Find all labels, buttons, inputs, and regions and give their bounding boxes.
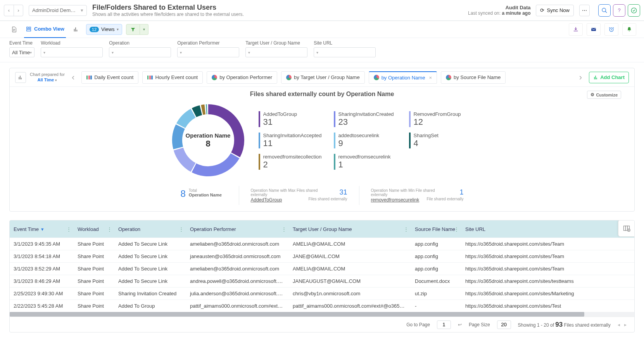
page-title: File/Folders Shared to External Users xyxy=(92,3,244,12)
add-chart-label: Add Chart xyxy=(600,74,625,80)
barchart-icon[interactable] xyxy=(15,72,26,83)
legend-item[interactable]: SharingInvitationAccepted11 xyxy=(259,133,325,148)
legend-name: SharingInvitationCreated xyxy=(338,111,400,117)
table-cell: 2/22/2023 5:45:28 AM xyxy=(10,303,74,309)
filter-more-icon[interactable]: ▾ xyxy=(140,24,148,35)
page-subtitle: Shows all the activities where file/fold… xyxy=(92,12,244,17)
table-cell: https://o365droid.sharepoint.com/sites/T… xyxy=(461,241,634,247)
stat-max-link[interactable]: AddedToGroup xyxy=(251,197,282,203)
mail-icon[interactable] xyxy=(587,23,601,36)
goto-submit-icon[interactable]: ↩ xyxy=(458,322,462,327)
operation-select[interactable] xyxy=(109,47,171,57)
legend-item[interactable]: addedtosecurelink9 xyxy=(334,133,400,148)
stat-total-l2: Operation Name xyxy=(181,193,227,197)
table-cell: janeausten@o365droid.onmicrosoft.com xyxy=(186,253,289,259)
table-row[interactable]: 2/25/2023 9:49:30 AMShare PointSharing I… xyxy=(10,287,634,300)
siteurl-select[interactable] xyxy=(314,47,376,57)
table-header[interactable]: Target User / Group Name⋮ xyxy=(289,226,411,232)
stat-max: 31 Operation Name with Max Files shared … xyxy=(239,186,359,205)
table-row[interactable]: 3/1/2023 8:46:29 AMShare PointAdded To S… xyxy=(10,275,634,287)
table-header[interactable]: Site URL xyxy=(461,226,634,232)
svg-rect-3 xyxy=(29,27,31,28)
pager-nav[interactable]: ◂ ▸ xyxy=(618,322,628,327)
workload-select[interactable] xyxy=(41,47,103,57)
close-icon[interactable]: × xyxy=(429,75,432,81)
table-cell: AMELIA@GMAIL.COM xyxy=(289,241,411,247)
column-settings-icon[interactable] xyxy=(618,220,635,237)
table-cell: 3/1/2023 8:46:29 AM xyxy=(10,278,74,284)
col-menu-icon[interactable]: ⋮ xyxy=(281,226,287,232)
col-menu-icon[interactable]: ⋮ xyxy=(66,226,71,232)
doc-icon[interactable] xyxy=(8,23,20,36)
performer-select[interactable] xyxy=(177,47,239,57)
table-cell: Added To Secure Link xyxy=(114,278,186,284)
chart-tab[interactable]: Daily Event count xyxy=(81,71,138,84)
goto-input[interactable] xyxy=(437,320,451,329)
fwd-icon[interactable]: › xyxy=(14,5,23,16)
views-button[interactable]: 12 Views ▾ xyxy=(86,24,123,35)
table-row[interactable]: 3/1/2023 8:54:18 AMShare PointAdded To S… xyxy=(10,250,634,262)
sort-desc-icon: ▾ xyxy=(41,226,44,232)
svg-rect-5 xyxy=(591,28,596,31)
search-icon[interactable] xyxy=(598,4,611,17)
back-icon[interactable]: ‹ xyxy=(4,5,14,16)
filter-icon[interactable] xyxy=(126,24,140,35)
table-row[interactable]: 2/22/2023 5:45:28 AMShare PointAdded To … xyxy=(10,300,634,312)
tabs-prev-icon[interactable]: ‹ xyxy=(70,72,76,83)
table-hscroll[interactable] xyxy=(10,312,634,317)
legend-item[interactable]: RemovedFromGroup12 xyxy=(409,111,475,127)
stat-min-link[interactable]: removedfromsecurelink xyxy=(371,197,420,203)
chart-tab[interactable]: by Target User / Group Name xyxy=(281,71,365,84)
legend-item[interactable]: SharingInvitationCreated23 xyxy=(334,111,400,127)
legend-item[interactable]: AddedToGroup31 xyxy=(259,111,325,127)
tabs-next-icon[interactable]: › xyxy=(578,72,584,83)
stat-max-sub: Files shared externally xyxy=(308,197,347,201)
table-row[interactable]: 3/1/2023 9:45:35 AMShare PointAdded To S… xyxy=(10,238,634,250)
table-row[interactable]: 3/1/2023 8:52:29 AMShare PointAdded To S… xyxy=(10,262,634,275)
add-chart-button[interactable]: Add Chart xyxy=(589,72,629,83)
chart-tab[interactable]: Hourly Event count xyxy=(142,71,203,84)
table-cell: pattif_aimams000.onmicrosoft.com#ext#… xyxy=(186,303,289,309)
table-cell: ameliaben@o365droid.onmicrosoft.com xyxy=(186,266,289,272)
col-menu-icon[interactable]: ⋮ xyxy=(179,226,184,232)
table-header[interactable]: Source File Name⋮ xyxy=(411,226,461,232)
customize-button[interactable]: ⚙ Customize xyxy=(587,91,621,99)
th-label: Operation Performer xyxy=(190,226,236,232)
legend-item[interactable]: removedfromsitecollection2 xyxy=(259,154,325,170)
col-menu-icon[interactable]: ⋮ xyxy=(107,226,112,232)
legend-value: 2 xyxy=(263,160,325,170)
alarm-icon[interactable] xyxy=(604,23,618,36)
event-time-select[interactable]: All Time xyxy=(9,47,35,57)
bell-icon[interactable] xyxy=(622,23,636,36)
filter-label: Target User / Group Name xyxy=(245,40,307,46)
chart-icon[interactable] xyxy=(70,23,82,36)
check-icon[interactable] xyxy=(628,4,640,17)
sync-now-button[interactable]: ⟳ Sync Now xyxy=(536,5,574,16)
table-header[interactable]: Operation⋮ xyxy=(114,226,186,232)
filter-label: Event Time xyxy=(9,40,35,46)
target-select[interactable] xyxy=(245,47,307,57)
col-menu-icon[interactable]: ⋮ xyxy=(454,226,459,232)
download-icon[interactable] xyxy=(569,23,583,36)
chart-tab-label: by Operation Performer xyxy=(219,74,272,80)
help-icon[interactable]: ? xyxy=(613,4,625,17)
org-selector[interactable]: AdminDroid Dem…▾ xyxy=(29,5,87,16)
stat-total-l1: Total xyxy=(181,188,227,193)
chart-tab[interactable]: by Operation Name× xyxy=(369,71,437,84)
chart-tab[interactable]: by Source File Name xyxy=(441,71,506,84)
more-button[interactable]: ⋯ xyxy=(579,5,590,16)
prep-range[interactable]: All Time xyxy=(38,78,54,82)
filter-row: Event TimeAll Time Workload Operation Op… xyxy=(0,38,644,62)
combo-view-tab[interactable]: Combo View xyxy=(24,21,66,38)
table-header[interactable]: Operation Performer⋮ xyxy=(186,226,289,232)
chart-tab[interactable]: by Operation Performer xyxy=(207,71,277,84)
table-header[interactable]: Workload⋮ xyxy=(74,226,114,232)
col-menu-icon[interactable]: ⋮ xyxy=(404,226,409,232)
legend-value: 9 xyxy=(338,138,400,148)
pagesize-input[interactable] xyxy=(497,320,511,329)
svg-point-1 xyxy=(631,8,636,13)
donut-icon xyxy=(286,75,292,80)
legend-item[interactable]: removedfromsecurelink1 xyxy=(334,154,400,170)
table-header[interactable]: Event Time▾⋮ xyxy=(10,226,74,232)
legend-item[interactable]: SharingSet4 xyxy=(409,133,475,148)
